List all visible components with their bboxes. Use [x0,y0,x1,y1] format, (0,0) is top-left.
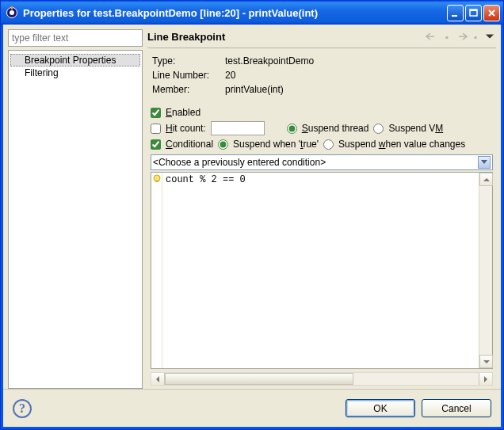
line-label: Line Number: [152,69,223,82]
content-panel: Line Breakpoint ▪ ▪ Type:test.Breakpoint… [147,29,496,389]
titlebar[interactable]: Properties for test.BreakpointDemo [line… [1,1,503,25]
menu-dropdown-icon[interactable] [483,32,496,43]
hitcount-checkbox[interactable] [151,124,161,134]
enabled-checkbox[interactable] [151,108,161,118]
type-label: Type: [152,55,223,67]
cancel-button[interactable]: Cancel [422,399,491,417]
info-table: Type:test.BreakpointDemo Line Number:20 … [151,53,496,97]
suspend-change-label[interactable]: Suspend when value changes [338,139,465,150]
svg-point-6 [154,175,160,181]
svg-rect-5 [470,10,477,11]
tree-item-filtering[interactable]: Filtering [10,67,140,79]
svg-rect-3 [452,15,457,17]
svg-rect-7 [155,181,158,182]
nav-tree[interactable]: Breakpoint Properties Filtering [8,50,143,389]
nav-back-icon[interactable] [426,32,438,43]
close-button[interactable] [483,5,500,21]
lightbulb-icon[interactable] [152,174,162,184]
filter-input[interactable] [8,29,143,47]
suspend-true-label[interactable]: Suspend when 'true' [233,139,319,150]
dialog-window: Properties for test.BreakpointDemo [line… [0,0,504,430]
hitcount-label[interactable]: Hit count: [166,123,206,134]
svg-point-1 [10,10,14,15]
suspend-vm-radio[interactable] [373,124,384,134]
hitcount-input[interactable] [211,121,265,135]
scroll-up-icon[interactable] [479,173,493,186]
suspend-change-radio[interactable] [323,139,334,150]
suspend-thread-radio[interactable] [287,124,297,134]
maximize-button[interactable] [465,5,482,21]
conditional-label[interactable]: Conditional [166,139,213,150]
suspend-thread-label[interactable]: Suspend thread [302,123,369,134]
page-title: Line Breakpoint [147,31,426,43]
window-title: Properties for test.BreakpointDemo [line… [23,7,447,19]
scrollbar-thumb[interactable] [165,373,353,385]
line-value: 20 [225,69,494,82]
ok-button[interactable]: OK [346,399,415,417]
type-value: test.BreakpointDemo [225,55,494,67]
footer: ? OK Cancel [3,389,501,427]
svg-rect-2 [11,6,13,10]
member-value: printValue(int) [225,83,494,96]
scroll-right-icon[interactable] [479,373,492,385]
app-icon [6,6,18,19]
tree-item-breakpoint-properties[interactable]: Breakpoint Properties [10,54,140,67]
suspend-true-radio[interactable] [218,139,228,150]
enabled-label[interactable]: Enabled [166,107,200,118]
member-label: Member: [152,83,223,96]
combo-placeholder: <Choose a previously entered condition> [153,157,478,168]
nav-panel: Breakpoint Properties Filtering [8,29,143,389]
editor-gutter [151,173,162,368]
condition-history-combo[interactable]: <Choose a previously entered condition> [151,154,493,170]
separator [147,48,496,48]
suspend-vm-label[interactable]: Suspend VM [388,123,443,134]
help-button[interactable]: ? [13,399,32,418]
conditional-checkbox[interactable] [151,139,161,150]
horizontal-scrollbar[interactable] [151,372,493,386]
nav-forward-icon[interactable] [455,32,468,43]
scroll-down-icon[interactable] [479,355,493,368]
minimize-button[interactable] [447,5,464,21]
vertical-scrollbar[interactable] [479,173,492,368]
scroll-left-icon[interactable] [151,373,165,385]
combo-dropdown-icon[interactable] [478,156,491,169]
condition-editor[interactable]: count % 2 == 0 [162,173,479,368]
